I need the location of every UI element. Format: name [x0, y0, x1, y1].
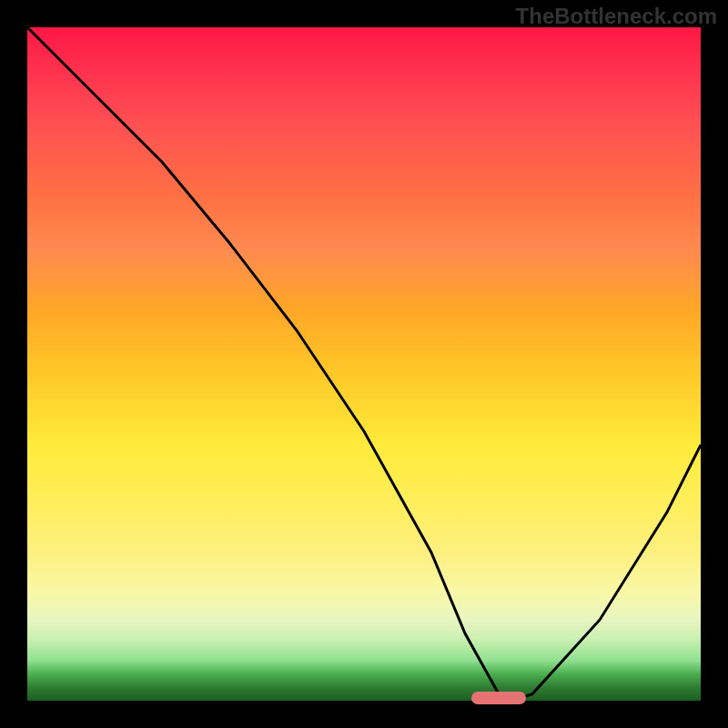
bottleneck-curve — [27, 27, 701, 701]
watermark-text: TheBottleneck.com — [516, 4, 717, 29]
optimal-marker — [471, 692, 525, 704]
plot-area — [27, 27, 701, 701]
curve-svg — [27, 27, 701, 701]
